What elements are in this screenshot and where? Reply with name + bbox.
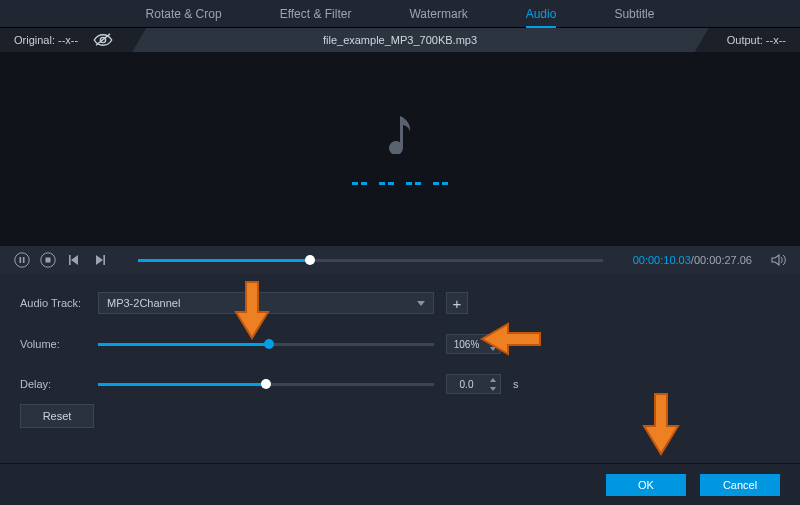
total-time: 00:00:27.06 — [694, 254, 752, 266]
svg-rect-3 — [20, 257, 22, 263]
audio-track-select[interactable]: MP3-2Channel — [98, 292, 434, 314]
playback-progress[interactable] — [138, 259, 603, 262]
next-frame-button[interactable] — [92, 252, 108, 268]
audio-settings-form: Audio Track: MP3-2Channel + Volume: 106%… — [0, 274, 800, 402]
svg-rect-8 — [103, 255, 105, 265]
stop-button[interactable] — [40, 252, 56, 268]
playback-bar: 00:00:10.03/00:00:27.06 — [0, 246, 800, 274]
svg-point-2 — [15, 253, 29, 267]
delay-unit: s — [513, 378, 519, 390]
volume-slider-knob[interactable] — [264, 339, 274, 349]
volume-row: Volume: 106% — [20, 334, 780, 354]
cancel-button[interactable]: Cancel — [700, 474, 780, 496]
output-dimensions-segment: Output: --x-- — [695, 28, 800, 52]
tab-rotate-crop[interactable]: Rotate & Crop — [146, 7, 222, 21]
add-audio-track-button[interactable]: + — [446, 292, 468, 314]
preview-area — [0, 52, 800, 246]
audio-track-value: MP3-2Channel — [107, 297, 180, 309]
current-time: 00:00:10.03 — [633, 254, 691, 266]
volume-icon[interactable] — [770, 252, 786, 268]
tab-audio[interactable]: Audio — [526, 7, 557, 28]
playback-time-display: 00:00:10.03/00:00:27.06 — [633, 254, 752, 266]
volume-step-up[interactable] — [486, 335, 500, 344]
audio-track-label: Audio Track: — [20, 297, 86, 309]
delay-slider-knob[interactable] — [261, 379, 271, 389]
svg-rect-7 — [69, 255, 71, 265]
tab-subtitle[interactable]: Subtitle — [614, 7, 654, 21]
delay-step-up[interactable] — [486, 375, 500, 384]
ok-button[interactable]: OK — [606, 474, 686, 496]
original-dimensions-segment: Original: --x-- — [0, 28, 146, 52]
music-note-icon — [386, 114, 414, 154]
editor-tab-bar: Rotate & Crop Effect & Filter Watermark … — [0, 0, 800, 28]
volume-label: Volume: — [20, 338, 86, 350]
playback-progress-fill — [138, 259, 310, 262]
volume-step-down[interactable] — [486, 344, 500, 353]
playback-progress-knob[interactable] — [305, 255, 315, 265]
tab-effect-filter[interactable]: Effect & Filter — [280, 7, 352, 21]
dialog-footer: OK Cancel — [0, 463, 800, 505]
volume-stepper[interactable]: 106% — [446, 334, 501, 354]
delay-slider[interactable] — [98, 383, 434, 386]
audio-track-row: Audio Track: MP3-2Channel + — [20, 292, 780, 314]
preview-info-bar: Original: --x-- file_example_MP3_700KB.m… — [0, 28, 800, 52]
chevron-down-icon — [417, 301, 425, 306]
volume-slider-fill — [98, 343, 269, 346]
delay-value: 0.0 — [447, 375, 486, 393]
delay-stepper[interactable]: 0.0 — [446, 374, 501, 394]
prev-frame-button[interactable] — [66, 252, 82, 268]
svg-rect-4 — [23, 257, 25, 263]
filename-label: file_example_MP3_700KB.mp3 — [323, 34, 477, 46]
delay-row: Delay: 0.0 s — [20, 374, 780, 394]
volume-slider[interactable] — [98, 343, 434, 346]
reset-button[interactable]: Reset — [20, 404, 94, 428]
tab-watermark[interactable]: Watermark — [409, 7, 467, 21]
delay-step-down[interactable] — [486, 384, 500, 393]
original-dimensions-label: Original: --x-- — [14, 34, 78, 46]
delay-slider-fill — [98, 383, 266, 386]
pause-button[interactable] — [14, 252, 30, 268]
svg-rect-6 — [46, 258, 51, 263]
volume-value: 106% — [447, 335, 486, 353]
delay-label: Delay: — [20, 378, 86, 390]
output-dimensions-label: Output: --x-- — [727, 34, 786, 46]
preview-toggle-icon[interactable] — [92, 33, 114, 47]
audio-visualizer-icon — [352, 182, 448, 185]
